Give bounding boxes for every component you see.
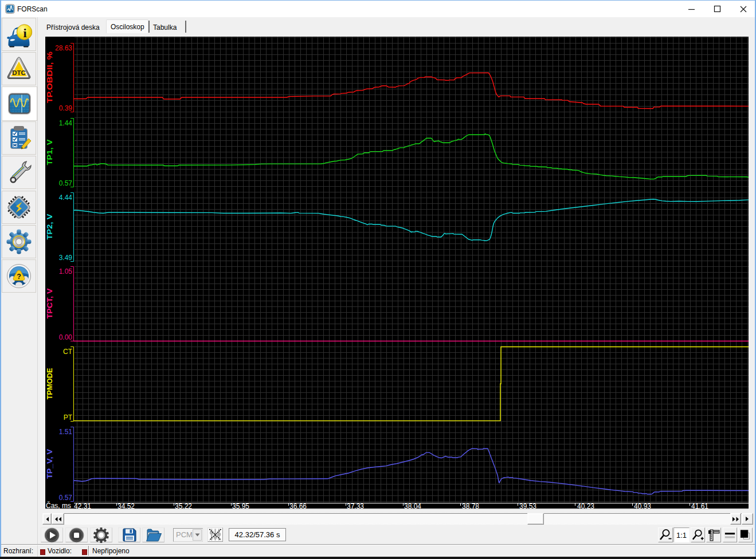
svg-text:40.23: 40.23 [577, 502, 594, 509]
svg-text:4.44: 4.44 [59, 194, 73, 202]
svg-text:0.57: 0.57 [59, 179, 73, 187]
svg-text:42.31: 42.31 [74, 502, 91, 509]
svg-text:38.78: 38.78 [462, 502, 479, 509]
svg-text:40.93: 40.93 [634, 502, 651, 509]
svg-text:0.00: 0.00 [59, 333, 73, 341]
svg-text:35.95: 35.95 [232, 502, 249, 509]
svg-text:39.53: 39.53 [519, 502, 536, 509]
svg-text:34.52: 34.52 [117, 502, 135, 509]
svg-text:35.22: 35.22 [175, 502, 192, 509]
svg-text:28.63: 28.63 [55, 44, 72, 52]
svg-text:TP1, V: TP1, V [46, 140, 54, 166]
svg-text:37.33: 37.33 [347, 502, 364, 509]
svg-text:1.05: 1.05 [59, 267, 73, 275]
svg-text:TP.OBDII, %: TP.OBDII, % [46, 52, 54, 103]
svg-text:0.39: 0.39 [59, 104, 73, 112]
svg-text:3.49: 3.49 [59, 254, 73, 262]
svg-text:0.57: 0.57 [59, 494, 73, 502]
svg-text:TPMODE: TPMODE [46, 368, 54, 400]
svg-text:TPCT, V: TPCT, V [46, 289, 54, 319]
svg-text:?: ? [17, 273, 21, 281]
svg-text:38.04: 38.04 [404, 502, 421, 509]
svg-text:Čas, ms: Čas, ms [46, 501, 71, 509]
svg-text:1.51: 1.51 [59, 428, 73, 436]
svg-text:CT: CT [63, 348, 73, 356]
svg-text:TP_V, V: TP_V, V [46, 449, 54, 479]
svg-text:36.66: 36.66 [289, 502, 307, 509]
svg-text:DTC: DTC [12, 69, 26, 76]
svg-text:41.61: 41.61 [691, 502, 708, 509]
svg-text:TP2, V: TP2, V [46, 214, 54, 240]
svg-text:1.44: 1.44 [59, 119, 73, 127]
svg-text:PT: PT [64, 414, 73, 422]
svg-text:i: i [23, 26, 26, 40]
